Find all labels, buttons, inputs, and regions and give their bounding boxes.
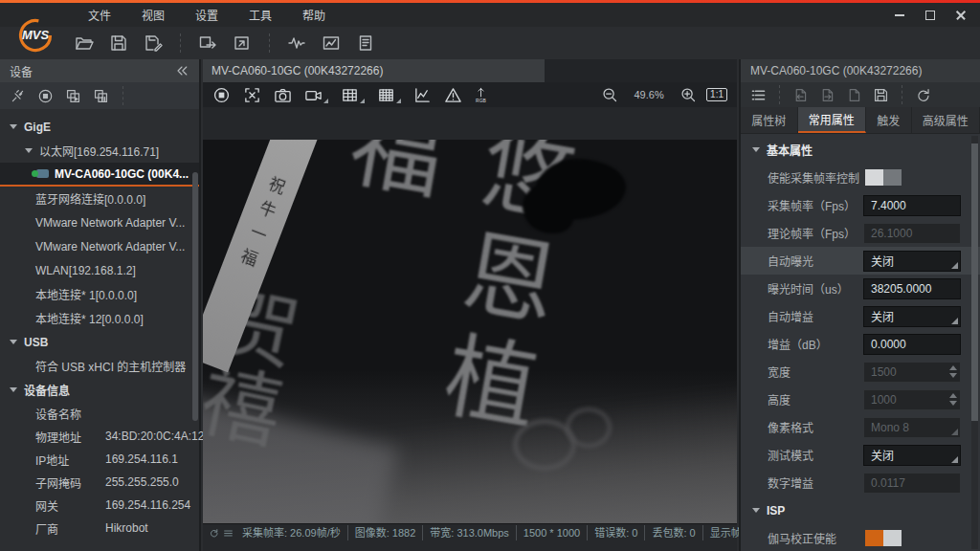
open-folder-icon[interactable]	[75, 33, 94, 53]
window-controls	[888, 7, 972, 24]
pause-all-icon[interactable]	[93, 88, 109, 104]
exposure-time-input[interactable]: 38205.0000	[863, 278, 961, 299]
height-spinner: 1000	[863, 389, 961, 410]
snapshot-icon[interactable]	[274, 86, 292, 104]
properties-panel: MV-CA060-10GC (00K43272266) 属性树 常用属性 触发 …	[739, 59, 980, 551]
zoom-out-icon[interactable]	[601, 86, 618, 103]
record-icon	[304, 86, 323, 104]
tree-item-local-12[interactable]: 本地连接* 12[0.0.0.0]	[0, 306, 199, 330]
status-packet-loss: 丢包数: 0	[645, 525, 702, 540]
tab-trigger[interactable]: 触发	[866, 107, 912, 133]
record-icon-group[interactable]	[304, 86, 328, 104]
dropdown-caret-icon	[396, 99, 401, 103]
collapse-panel-icon[interactable]	[174, 63, 189, 78]
dense-grid-icon-group[interactable]	[377, 86, 401, 104]
grid-icon	[341, 86, 359, 104]
save-as-icon[interactable]	[144, 33, 163, 53]
toolbar-separator	[122, 86, 123, 105]
roi-select-icon[interactable]	[243, 86, 261, 104]
waveform-icon[interactable]	[287, 33, 306, 53]
status-resolution: 1500 * 1000	[517, 525, 588, 540]
menu-file[interactable]: 文件	[73, 3, 126, 27]
zoom-percentage[interactable]: 49.6%	[628, 89, 670, 100]
viewer-panel: MV-CA060-10GC (00K43272266) RGB 49.6% 1:…	[203, 59, 737, 551]
properties-panel-header: MV-CA060-10GC (00K43272266)	[741, 59, 980, 82]
menu-view[interactable]: 视图	[126, 3, 180, 27]
feature-tree-icon[interactable]	[750, 87, 767, 103]
maximize-button[interactable]	[919, 7, 942, 24]
zoom-in-icon[interactable]	[679, 86, 697, 103]
tree-item-vmware-1[interactable]: VMware Network Adapter V...	[0, 210, 199, 234]
image-statistics-icon[interactable]	[322, 33, 341, 53]
device-tree-scrollbar[interactable]	[192, 172, 198, 421]
tab-feature-tree[interactable]: 属性树	[741, 107, 798, 133]
minimize-button[interactable]	[888, 7, 911, 24]
tree-item-usb-host[interactable]: 符合 USB xHCI 的主机控制器	[0, 354, 199, 378]
export-config-icon[interactable]	[819, 87, 835, 103]
status-refresh-icon[interactable]	[209, 528, 219, 539]
tree-item-ethernet[interactable]: 以太网[169.254.116.71]	[0, 139, 199, 163]
acquisition-fps-input[interactable]: 7.4000	[863, 195, 961, 216]
toolbar-separator	[902, 85, 902, 104]
spinner-arrows-icon[interactable]	[949, 365, 957, 378]
status-menu-icon[interactable]	[223, 528, 234, 539]
spinner-arrows-icon[interactable]	[949, 393, 957, 406]
grid-icon-group[interactable]	[341, 86, 365, 104]
save-config-icon[interactable]	[873, 87, 889, 103]
auto-gain-dropdown[interactable]: 关闭	[863, 306, 961, 327]
status-bandwidth: 带宽: 313.0Mbps	[423, 525, 517, 540]
frame-rate-control-toggle[interactable]	[865, 169, 902, 186]
tree-item-wlan[interactable]: WLAN[192.168.1.2]	[0, 258, 199, 282]
properties-scrollbar-thumb[interactable]	[971, 143, 978, 421]
fullscreen-icon[interactable]	[233, 33, 252, 53]
import-config-icon[interactable]	[792, 87, 809, 103]
mvs-application-window: 文件 视图 设置 工具 帮助 MVS 设备	[0, 0, 980, 551]
tree-item-vmware-2[interactable]: VMware Network Adapter V...	[0, 234, 199, 258]
disconnect-icon[interactable]	[10, 88, 26, 104]
status-image-count: 图像数: 1882	[348, 525, 424, 540]
stop-acquisition-icon[interactable]	[212, 86, 231, 104]
gain-input[interactable]: 0.0000	[863, 334, 961, 355]
stop-all-icon[interactable]	[37, 88, 54, 104]
image-canvas[interactable]: 贺禧 悠恩植福 祝牛一福	[203, 107, 737, 524]
refresh-icon[interactable]	[915, 87, 931, 103]
menu-settings[interactable]: 设置	[180, 3, 234, 27]
property-row-auto-gain: 自动增益 关闭	[741, 302, 980, 330]
property-row-digital-gain: 数字增益 0.0117	[741, 469, 980, 496]
start-all-icon[interactable]	[65, 88, 81, 104]
tree-item-bluetooth[interactable]: 蓝牙网络连接[0.0.0.0]	[0, 187, 199, 210]
device-panel: 设备 GigE 以太网[169.254.116.71] MV-CA060-10G…	[0, 59, 201, 551]
tree-item-usb[interactable]: USB	[0, 330, 199, 354]
rgb-upload-icon[interactable]: RGB	[475, 87, 487, 102]
file-icon[interactable]	[846, 87, 862, 103]
auto-exposure-dropdown[interactable]: 关闭	[863, 251, 961, 272]
mvs-logo-text: MVS	[12, 28, 58, 42]
viewer-tab[interactable]: MV-CA060-10GC (00K43272266)	[203, 59, 545, 82]
chevron-down-icon	[752, 508, 760, 513]
mvs-logo: MVS	[12, 14, 58, 56]
menu-tools[interactable]: 工具	[234, 3, 287, 27]
histogram-icon[interactable]	[413, 86, 432, 104]
actual-size-button[interactable]: 1:1	[706, 88, 727, 101]
section-basic-properties[interactable]: 基本属性	[741, 136, 980, 164]
report-list-icon[interactable]	[356, 33, 375, 53]
tab-common-properties[interactable]: 常用属性	[798, 107, 867, 133]
export-window-icon[interactable]	[198, 33, 217, 53]
menu-help[interactable]: 帮助	[287, 3, 341, 27]
photo-keyhole-cutout	[534, 159, 626, 220]
info-row-subnet: 子网掩码255.255.255.0	[0, 471, 199, 494]
section-isp[interactable]: ISP	[741, 496, 980, 524]
tree-item-camera-selected[interactable]: MV-CA060-10GC (00K4...	[0, 163, 199, 187]
dense-grid-icon	[377, 86, 395, 104]
tree-item-local-1[interactable]: 本地连接* 1[0.0.0.0]	[0, 282, 199, 306]
tree-item-gige[interactable]: GigE	[0, 115, 199, 139]
status-icons	[209, 528, 234, 539]
test-pattern-dropdown[interactable]: 关闭	[863, 445, 961, 466]
gamma-correction-toggle[interactable]	[865, 530, 902, 546]
device-info-header[interactable]: 设备信息	[0, 378, 199, 402]
warning-icon[interactable]	[444, 86, 462, 104]
property-row-frame-rate-enable: 使能采集帧率控制	[741, 164, 980, 191]
close-button[interactable]	[949, 7, 972, 24]
save-icon[interactable]	[109, 33, 128, 53]
tab-advanced[interactable]: 高级属性	[912, 107, 980, 133]
